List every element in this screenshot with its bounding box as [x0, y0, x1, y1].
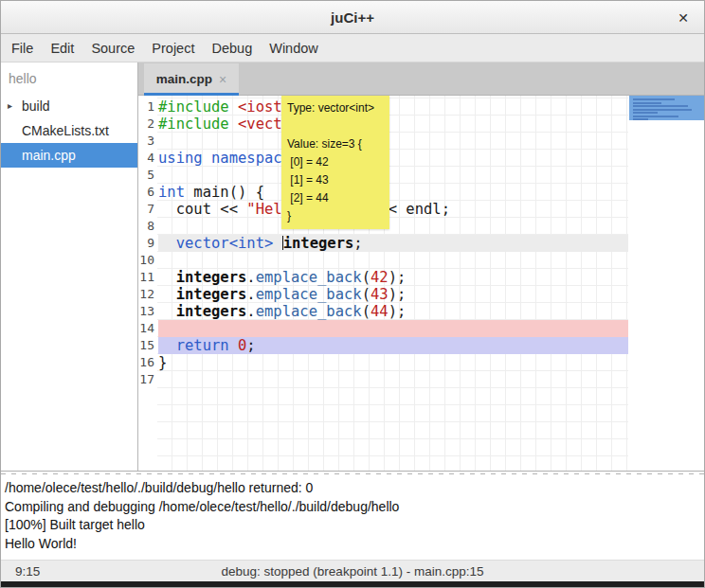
window-close-icon[interactable]: ✕ — [674, 9, 693, 27]
code-line[interactable] — [158, 252, 628, 269]
line-number[interactable]: 6 — [138, 184, 157, 201]
line-number[interactable]: 11 — [138, 269, 157, 286]
line-number[interactable]: 7 — [138, 201, 157, 218]
file-tree[interactable]: hello ▸buildCMakeLists.txtmain.cpp — [1, 62, 138, 471]
expander-icon[interactable]: ▸ — [8, 94, 12, 118]
line-number[interactable]: 13 — [138, 303, 157, 320]
line-number[interactable]: 8 — [138, 218, 157, 235]
line-number[interactable]: 17 — [138, 371, 157, 388]
menu-item-source[interactable]: Source — [82, 36, 143, 61]
minimap-code-line — [633, 102, 661, 104]
code-line[interactable] — [158, 167, 628, 184]
code-token: ; — [246, 337, 255, 354]
status-time: 9:15 — [15, 564, 40, 579]
code-token: main() { — [185, 184, 264, 201]
code-token: using — [158, 150, 203, 167]
menu-item-project[interactable]: Project — [143, 36, 203, 61]
menu-item-edit[interactable]: Edit — [42, 36, 82, 61]
line-number[interactable]: 10 — [138, 252, 157, 269]
line-number[interactable]: 9 — [138, 235, 157, 252]
line-number[interactable]: 4 — [138, 150, 157, 167]
code-token: emplace_back — [256, 303, 362, 320]
main-row: hello ▸buildCMakeLists.txtmain.cpp main.… — [1, 62, 704, 472]
code-line[interactable]: using namespace std; — [158, 150, 628, 167]
line-number[interactable]: 1 — [138, 98, 157, 116]
line-number[interactable]: 2 — [138, 116, 157, 133]
code-line[interactable]: integers.emplace_back(42); — [158, 269, 628, 286]
line-number[interactable]: 14 — [138, 320, 157, 337]
line-number[interactable]: 15 — [138, 337, 157, 354]
code-token: emplace_back — [256, 269, 362, 286]
line-number[interactable]: 16 — [138, 354, 157, 371]
code-token: integers — [176, 269, 247, 286]
editor-region: main.cpp× 1234567891011121314151617 #inc… — [138, 62, 704, 471]
code-token: ); — [389, 286, 407, 303]
code-token: integers — [176, 286, 247, 303]
app-window: juCi++ ✕ FileEditSourceProjectDebugWindo… — [0, 0, 705, 588]
terminal-output[interactable]: /home/olece/test/hello/./build/debug/hel… — [1, 476, 704, 560]
code-line[interactable]: #include <vector> — [158, 116, 628, 133]
code-token: . — [246, 303, 255, 320]
code-token — [229, 337, 238, 354]
code-editor[interactable]: 1234567891011121314151617 #include <iost… — [138, 96, 704, 471]
code-line[interactable]: cout << "Hello World!" << endl; — [158, 201, 628, 218]
code-token — [158, 269, 176, 286]
minimap-code-line — [633, 98, 675, 100]
code-token: . — [246, 286, 255, 303]
code-line[interactable]: integers.emplace_back(44); — [158, 303, 628, 320]
sidebar-item-main-cpp[interactable]: main.cpp — [1, 143, 137, 168]
code-token: emplace_back — [256, 286, 362, 303]
line-number[interactable]: 3 — [138, 133, 157, 150]
menu-item-file[interactable]: File — [3, 36, 42, 61]
minimap-code-line — [633, 116, 678, 117]
code-token: ); — [389, 269, 407, 286]
bottom-edge — [1, 581, 704, 588]
tooltip-line: [0] = 42 — [287, 153, 384, 171]
code-token: namespace — [211, 150, 291, 167]
terminal-line: Hello World! — [5, 535, 704, 554]
line-number[interactable]: 5 — [138, 167, 157, 184]
code-token — [158, 235, 176, 252]
code-token: ( — [362, 269, 371, 286]
code-token: } — [158, 354, 167, 371]
sidebar-item-label: build — [22, 98, 50, 114]
sidebar-item-label: CMakeLists.txt — [22, 123, 109, 138]
code-token: #include — [158, 98, 238, 116]
code-line[interactable]: int main() { — [158, 184, 628, 201]
code-token: int — [158, 184, 185, 201]
minimap[interactable] — [628, 96, 704, 471]
code-token: . — [246, 269, 255, 286]
splitter-dashes — [1, 473, 704, 474]
code-line[interactable] — [158, 320, 628, 337]
code-line[interactable] — [158, 371, 628, 388]
text-area[interactable]: #include <iostream>#include <vector>usin… — [157, 96, 628, 471]
tooltip-line: [2] = 44 — [287, 189, 384, 207]
code-line[interactable]: #include <iostream> — [158, 98, 628, 116]
code-line[interactable]: } — [158, 354, 628, 371]
code-line[interactable]: integers.emplace_back(43); — [158, 286, 628, 303]
minimap-slider[interactable] — [629, 96, 704, 120]
tab-main-cpp[interactable]: main.cpp× — [144, 63, 239, 95]
sidebar-item-build[interactable]: ▸build — [1, 94, 137, 118]
gutter[interactable]: 1234567891011121314151617 — [138, 96, 157, 471]
code-line[interactable]: vector<int> integers; — [158, 235, 628, 252]
code-line[interactable] — [158, 133, 628, 150]
code-token: ; — [353, 235, 362, 252]
status-bar: 9:15 debug: stopped (breakpoint 1.1) - m… — [1, 560, 704, 581]
code-line[interactable] — [158, 218, 628, 235]
code-token: integers — [176, 303, 247, 320]
code-token: #include — [158, 116, 238, 133]
menu-item-debug[interactable]: Debug — [203, 36, 261, 61]
window-title: juCi++ — [331, 9, 374, 26]
code-line[interactable]: return 0; — [158, 337, 628, 354]
code-token: 43 — [371, 286, 389, 303]
title-bar: juCi++ ✕ — [1, 1, 704, 34]
line-number[interactable]: 12 — [138, 286, 157, 303]
file-tree-items: ▸buildCMakeLists.txtmain.cpp — [1, 94, 137, 168]
code-token: return — [176, 337, 229, 354]
menu-item-window[interactable]: Window — [261, 36, 327, 61]
sidebar-item-label: main.cpp — [22, 148, 76, 163]
code-token: ( — [362, 303, 371, 320]
sidebar-item-cmakelists-txt[interactable]: CMakeLists.txt — [1, 118, 137, 143]
close-icon[interactable]: × — [219, 72, 226, 87]
